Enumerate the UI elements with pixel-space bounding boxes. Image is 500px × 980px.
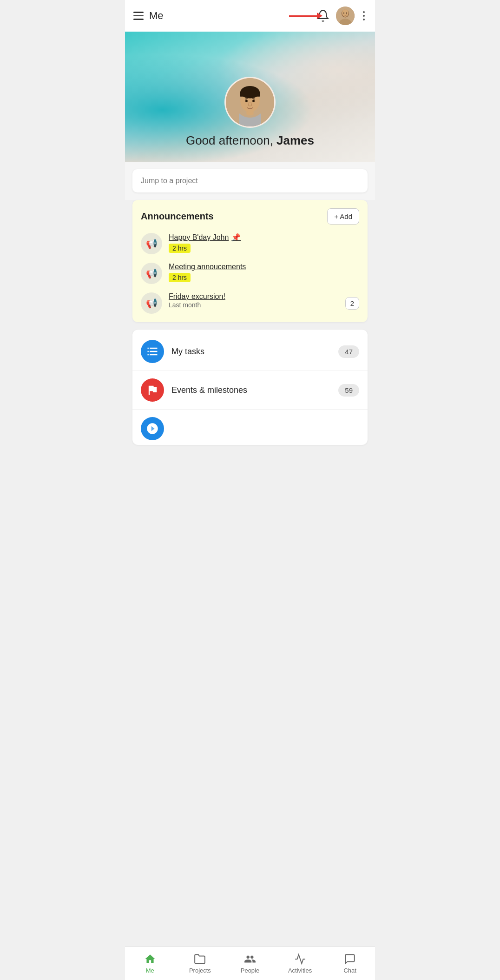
announcement-time-badge: 2 hrs [169, 244, 191, 253]
partial-task-item [132, 410, 368, 442]
announcement-title-text: Happy B'day John 📌 [169, 233, 359, 242]
pin-icon: 📌 [231, 233, 241, 242]
announcement-icon-bg: 📢 [141, 263, 162, 284]
announcement-content: Friday excursion! Last month [169, 292, 339, 309]
bottom-spacer [125, 452, 375, 490]
events-label: Events & milestones [171, 385, 331, 395]
search-container [125, 162, 375, 200]
announcement-content: Meeting annoucements 2 hrs [169, 263, 359, 282]
hero-greeting: Good afternoon, James [186, 133, 314, 148]
svg-point-4 [343, 13, 344, 14]
red-arrow-annotation [289, 13, 322, 19]
events-milestones-item[interactable]: Events & milestones 59 [132, 371, 368, 410]
announcement-icon-bg: 📢 [141, 292, 162, 314]
my-tasks-count: 47 [338, 345, 359, 358]
announcements-title: Announcements [141, 211, 214, 222]
announcement-item[interactable]: 📢 Happy B'day John 📌 2 hrs [141, 233, 359, 254]
announcement-title-text: Friday excursion! [169, 292, 339, 301]
header: Me [125, 0, 375, 32]
events-icon-wrap [141, 378, 164, 402]
announcements-card: Announcements + Add 📢 Happy B'day John 📌… [132, 200, 368, 322]
header-avatar[interactable] [336, 7, 355, 25]
my-tasks-label: My tasks [171, 347, 331, 357]
header-left: Me [133, 10, 164, 22]
hero-section: Good afternoon, James [125, 32, 375, 162]
megaphone-icon: 📢 [146, 298, 158, 309]
events-count: 59 [338, 384, 359, 397]
svg-point-12 [252, 99, 255, 102]
svg-point-3 [342, 9, 349, 17]
announcement-time-badge: 2 hrs [169, 273, 191, 282]
announcement-title-text: Meeting annoucements [169, 263, 359, 271]
tasks-card: My tasks 47 Events & milestones 59 [132, 330, 368, 445]
announcement-icon-bg: 📢 [141, 233, 162, 254]
svg-point-5 [346, 13, 347, 14]
hamburger-menu-button[interactable] [133, 12, 144, 20]
my-tasks-icon-wrap [141, 340, 164, 363]
announcement-content: Happy B'day John 📌 2 hrs [169, 233, 359, 253]
search-input[interactable] [132, 169, 368, 192]
megaphone-icon: 📢 [146, 238, 158, 249]
profile-avatar[interactable] [224, 77, 276, 128]
announcement-reply-badge: 2 [345, 297, 359, 310]
header-right [316, 7, 367, 25]
more-options-button[interactable] [361, 9, 367, 22]
header-title: Me [149, 10, 164, 22]
announcements-header: Announcements + Add [141, 208, 359, 225]
svg-point-11 [245, 99, 248, 102]
my-tasks-item[interactable]: My tasks 47 [132, 332, 368, 371]
partial-icon-wrap [141, 417, 164, 440]
megaphone-icon: 📢 [146, 268, 158, 279]
announcement-time-plain: Last month [169, 301, 201, 309]
add-announcement-button[interactable]: + Add [327, 208, 359, 225]
announcement-item[interactable]: 📢 Friday excursion! Last month 2 [141, 292, 359, 314]
announcement-item[interactable]: 📢 Meeting annoucements 2 hrs [141, 263, 359, 284]
